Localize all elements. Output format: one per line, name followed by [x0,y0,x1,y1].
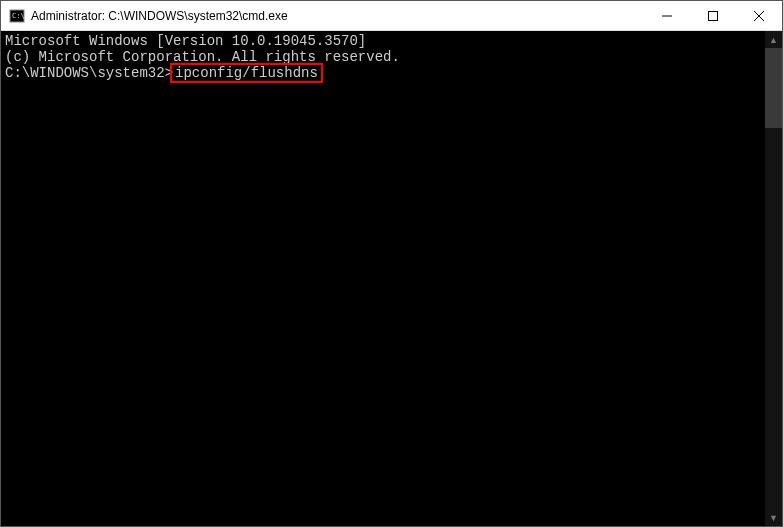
prompt-line: C:\WINDOWS\system32>ipconfig/flushdns [5,65,761,81]
svg-text:C:\: C:\ [12,12,25,20]
window-controls [644,1,782,30]
scroll-down-icon[interactable]: ▼ [765,509,782,526]
scroll-up-icon[interactable]: ▲ [765,31,782,48]
terminal[interactable]: Microsoft Windows [Version 10.0.19045.35… [1,31,765,526]
svg-rect-3 [709,11,718,20]
vertical-scrollbar[interactable]: ▲ ▼ [765,31,782,526]
command-highlight: ipconfig/flushdns [170,63,323,83]
window-title: Administrator: C:\WINDOWS\system32\cmd.e… [31,9,644,23]
close-button[interactable] [736,1,782,30]
terminal-area: Microsoft Windows [Version 10.0.19045.35… [1,31,782,526]
scrollbar-thumb[interactable] [765,48,782,128]
minimize-button[interactable] [644,1,690,30]
titlebar[interactable]: C:\ Administrator: C:\WINDOWS\system32\c… [1,1,782,31]
output-line: (c) Microsoft Corporation. All rights re… [5,49,761,65]
prompt: C:\WINDOWS\system32> [5,65,173,81]
command-text: ipconfig/flushdns [175,65,318,81]
output-line: Microsoft Windows [Version 10.0.19045.35… [5,33,761,49]
cmd-window: C:\ Administrator: C:\WINDOWS\system32\c… [0,0,783,527]
cmd-icon: C:\ [9,8,25,24]
maximize-button[interactable] [690,1,736,30]
